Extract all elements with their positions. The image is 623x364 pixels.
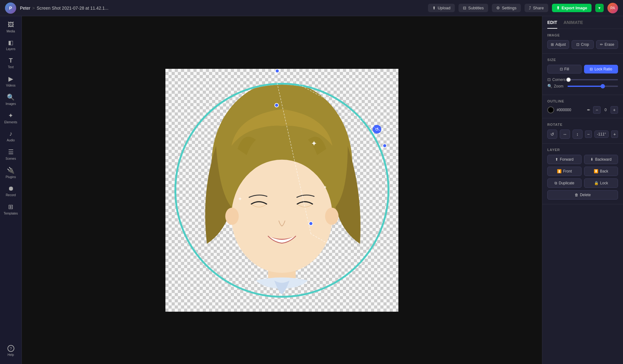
sidebar-item-videos[interactable]: ▶ Videos [1, 73, 21, 90]
sidebar-item-help[interactable]: ? Help [1, 343, 21, 359]
sidebar-item-templates[interactable]: ⊞ Templates [1, 201, 21, 218]
scenes-icon: ☰ [8, 148, 14, 156]
user-name: Peter [20, 6, 30, 11]
crop-icon: ⊡ [576, 42, 579, 47]
sidebar-item-audio[interactable]: ♪ Audio [1, 128, 21, 144]
rotate-section: ROTATE ↺ ↔ ↕ − -111° + [542, 118, 623, 144]
rotate-section-title: ROTATE [547, 123, 618, 126]
share-icon: ⤴ [529, 6, 531, 10]
selection-handle-mid-left[interactable] [309, 221, 313, 226]
image-buttons: ⊞ Adjust ⊡ Crop ✏ Erase [547, 40, 618, 49]
rotate-handle[interactable]: ↺ [373, 125, 381, 134]
fill-label: Fill [564, 67, 569, 71]
flip-h-button[interactable]: ↔ [560, 130, 570, 139]
tab-edit[interactable]: EDIT [547, 20, 557, 29]
back-button[interactable]: ⏬ Back [584, 167, 618, 176]
zoom-row: 🔍 Zoom [547, 84, 618, 88]
delete-button[interactable]: 🗑 Delete [547, 190, 618, 200]
record-icon: ⏺ [8, 185, 14, 192]
sidebar-item-plugins[interactable]: 🔌 Plugins [1, 164, 21, 181]
selection-handle-top[interactable] [275, 69, 279, 73]
avatar: PA [607, 3, 618, 13]
tab-animate[interactable]: ANIMATE [564, 20, 583, 29]
lock-label: Lock [600, 181, 608, 185]
export-caret-button[interactable]: ▾ [595, 4, 604, 12]
svg-text:✦: ✦ [323, 185, 327, 190]
forward-icon: ⬆ [555, 157, 558, 162]
zoom-icon: 🔍 [547, 84, 552, 88]
share-label: Share [533, 6, 544, 10]
sidebar-item-layers[interactable]: ◧ Layers [1, 37, 21, 53]
lock-ratio-button[interactable]: ⊟ Lock Ratio [584, 65, 618, 73]
circle-frame: ✦ ✦ ✦ [174, 83, 389, 298]
help-icon: ? [7, 345, 14, 352]
outline-color-code: #000000 [557, 108, 584, 112]
front-button[interactable]: ⏫ Front [547, 167, 582, 176]
selection-handle-upper-left[interactable] [274, 103, 279, 107]
front-icon: ⏫ [557, 169, 562, 173]
export-button[interactable]: ⬆ Export Image [552, 4, 592, 12]
outline-value: 0 [602, 108, 609, 112]
subtitles-button[interactable]: ⊟ Subtitles [459, 4, 488, 12]
zoom-slider-fill [568, 86, 603, 87]
sidebar-item-images[interactable]: 🔍 Images [1, 91, 21, 108]
forward-button[interactable]: ⬆ Forward [547, 155, 582, 164]
sidebar-item-media[interactable]: 🖼 Media [1, 19, 21, 35]
sidebar-item-scenes[interactable]: ☰ Scenes [1, 146, 21, 163]
canvas-container: ✦ ✦ ✦ ↺ [165, 69, 398, 312]
main-layout: 🖼 Media ◧ Layers T Text ▶ Videos 🔍 Image… [0, 16, 623, 364]
upload-button[interactable]: ⬆ Upload [428, 4, 455, 12]
adjust-button[interactable]: ⊞ Adjust [547, 40, 569, 49]
elements-icon: ✦ [8, 112, 13, 119]
crop-button[interactable]: ⊡ Crop [572, 40, 593, 49]
duplicate-label: Duplicate [559, 181, 574, 185]
back-label: Back [600, 169, 608, 173]
export-label: Export Image [562, 6, 587, 10]
backward-button[interactable]: ⬇ Backward [584, 155, 618, 164]
svg-point-3 [225, 208, 239, 225]
size-buttons: ⊡ Fill ⊟ Lock Ratio [547, 65, 618, 73]
rotate-increase-button[interactable]: + [611, 130, 618, 138]
erase-button[interactable]: ✏ Erase [596, 40, 618, 49]
topbar: P Peter > Screen Shot 2021-07-28 at 11.4… [0, 0, 623, 16]
corners-slider[interactable] [568, 79, 618, 80]
media-icon: 🖼 [8, 21, 14, 28]
outline-increase-button[interactable]: + [611, 106, 618, 114]
share-button[interactable]: ⤴ Share [525, 4, 548, 12]
outline-decrease-button[interactable]: − [593, 106, 601, 114]
upload-label: Upload [438, 6, 450, 10]
delete-icon: 🗑 [575, 193, 578, 197]
rotate-ccw-button[interactable]: ↺ [547, 130, 557, 139]
lock-button[interactable]: 🔒 Lock [584, 178, 618, 188]
image-section-title: IMAGE [547, 33, 618, 37]
sidebar-item-label-images: Images [6, 102, 16, 106]
delete-label: Delete [580, 193, 591, 197]
selection-handle-rotate[interactable] [383, 144, 387, 148]
outline-row: #000000 ✒ − 0 + [547, 106, 618, 114]
subtitles-icon: ⊟ [463, 6, 466, 10]
zoom-slider-thumb[interactable] [601, 84, 605, 88]
svg-text:✦: ✦ [238, 196, 242, 202]
backward-icon: ⬇ [590, 157, 593, 162]
eyedropper-button[interactable]: ✒ [587, 107, 591, 112]
svg-point-2 [231, 159, 332, 273]
outline-section-title: OUTLINE [547, 99, 618, 103]
right-panel: EDIT ANIMATE IMAGE ⊞ Adjust ⊡ Crop ✏ [542, 16, 623, 364]
lock-ratio-icon: ⊟ [590, 67, 593, 71]
zoom-slider[interactable] [568, 86, 618, 87]
file-name: Screen Shot 2021-07-28 at 11.42.1... [37, 6, 108, 11]
sidebar-item-text[interactable]: T Text [1, 54, 21, 71]
sidebar-item-record[interactable]: ⏺ Record [1, 182, 21, 199]
settings-button[interactable]: ⚙ Settings [492, 4, 521, 12]
sidebar-item-elements[interactable]: ✦ Elements [1, 109, 21, 126]
zoom-label: 🔍 Zoom [547, 84, 564, 88]
sidebar-item-label-media: Media [7, 30, 15, 33]
breadcrumb-separator: > [32, 6, 35, 11]
flip-v-button[interactable]: ↕ [573, 130, 583, 139]
layer-section: LAYER ⬆ Forward ⬇ Backward ⏫ Front ⏬ Bac… [542, 144, 623, 204]
corners-slider-thumb[interactable] [566, 78, 571, 82]
fill-button[interactable]: ⊡ Fill [547, 65, 582, 73]
outline-color-swatch[interactable] [547, 106, 554, 113]
duplicate-button[interactable]: ⧉ Duplicate [547, 178, 582, 188]
rotate-decrease-button[interactable]: − [585, 130, 592, 138]
